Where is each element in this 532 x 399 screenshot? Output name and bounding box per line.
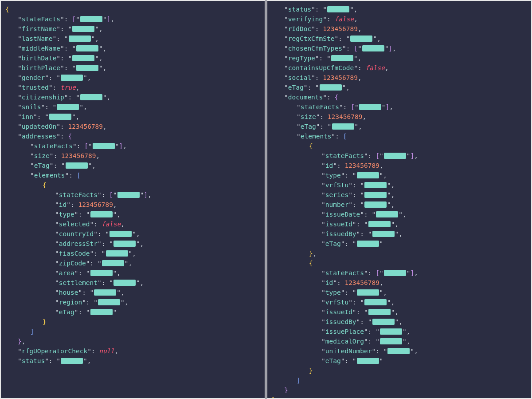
json-key: house [59,288,78,297]
json-key: containsUpCfmCode [288,63,354,73]
code-line: "issuedBy": "", [272,229,527,239]
code-line: "stateFacts": [""], [5,14,260,24]
code-line: "snils": "", [5,102,260,112]
brace: { [309,141,313,151]
code-line: "regCtxCfmSte": "", [272,34,527,43]
code-line: "firstName": "", [5,24,260,34]
brace: { [309,258,313,268]
json-key: selected [59,219,90,229]
code-line: "birthPlace": "", [5,63,260,73]
json-number: 123456789 [61,151,96,161]
brace-close: } [272,395,276,399]
code-line: "id": 123456789, [5,200,260,209]
code-line: "selected": false, [5,219,260,229]
redacted-value [113,241,136,247]
json-key: eTag [301,122,316,131]
redacted-value [57,104,79,110]
code-line: "house": "", [5,288,260,297]
redacted-value [320,84,342,91]
code-line: "zipCode": "", [5,258,260,268]
json-key: series [325,190,348,200]
json-number: 123456789 [328,112,363,122]
redacted-value [332,123,354,130]
json-null: null [99,346,114,356]
brace: { [5,4,9,14]
redacted-value [372,231,395,237]
redacted-value [384,153,406,159]
json-key: rIdDoc [288,24,311,34]
code-line: "area": "", [5,268,260,278]
json-key: issueId [325,219,352,229]
json-number: 123456789 [344,161,379,170]
code-line: }, [5,336,260,346]
json-boolean: false [335,14,354,24]
code-line: "id": 123456789, [272,278,527,288]
json-key: regCtxCfmSte [288,34,335,43]
redacted-value [90,211,113,217]
redacted-value [106,250,128,257]
json-key: eTag [59,307,74,317]
redacted-value [61,358,83,364]
code-line: "issueId": "", [272,307,527,317]
redacted-value [380,338,402,344]
json-key: countryId [59,229,94,239]
json-key: number [325,200,348,209]
json-key: chosenCfmTypes [288,43,342,53]
redacted-value [384,270,406,276]
code-line: "id": 123456789, [272,161,527,170]
json-key: region [59,297,82,307]
redacted-value [372,319,395,325]
redacted-value [76,65,98,71]
code-line: "vrfStu": "", [272,180,527,190]
code-line: "stateFacts": [""], [5,141,260,151]
brace-close: } [18,336,22,346]
redacted-value [66,162,88,169]
code-line: "stateFacts": [""], [272,102,527,112]
redacted-value [364,192,387,198]
redacted-value [69,36,91,42]
code-line: "elements": [ [5,170,260,180]
brace: { [43,180,47,190]
json-key: eTag [325,239,341,249]
bracket-open: [ [77,170,81,180]
json-key: unitedNumber [325,346,372,356]
code-line: ] [272,375,527,385]
redacted-value [357,289,379,296]
code-line: { [272,258,527,268]
json-key: type [59,209,74,219]
json-key: trusted [22,83,49,92]
redacted-value [364,182,387,188]
code-line: "issueId": "", [272,219,527,229]
json-number: 123456789 [68,122,103,131]
brace-close: } [309,249,313,258]
code-line: "containsUpCfmCode": false, [272,63,527,73]
json-key: snils [22,102,41,112]
code-line: "type": "", [5,209,260,219]
json-key: id [59,200,66,209]
redacted-value [72,26,94,32]
code-line: "unitedNumber": "", [272,346,527,356]
code-line: { [5,4,260,14]
redacted-value [76,45,98,51]
json-key: eTag [34,161,50,170]
json-key: updatedOn [22,122,57,131]
brace-close: } [309,366,313,375]
code-line: "vrfStu": "", [272,297,527,307]
brace-close: ] [30,327,34,336]
code-line: "regType": "", [272,53,527,63]
json-key: firstName [22,24,57,34]
redacted-value [331,55,353,61]
code-line: "fiasCode": "", [5,249,260,258]
code-line: "stateFacts": [""], [272,151,527,161]
code-line: "rIdDoc": 123456789, [272,24,527,34]
redacted-value [94,289,116,296]
brace-open: { [68,131,72,141]
json-key: issuedBy [325,229,356,239]
brace-open: { [335,92,339,102]
redacted-value [364,201,387,208]
json-key: status [22,356,45,366]
code-line: } [272,395,527,399]
json-key: status [288,4,311,14]
json-key: type [325,288,341,297]
brace-close: ] [297,375,301,385]
